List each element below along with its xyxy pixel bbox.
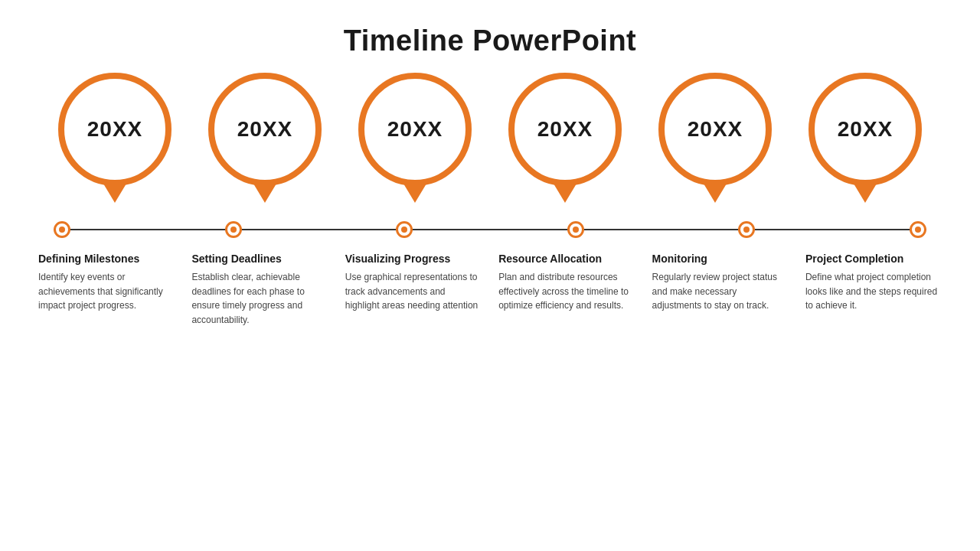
bubble-5: 20XX xyxy=(658,73,772,186)
text-body-3: Use graphical representations to track a… xyxy=(345,270,482,313)
text-body-5: Regularly review project status and make… xyxy=(652,270,789,313)
text-body-4: Plan and distribute resources effectivel… xyxy=(498,270,635,313)
bubble-wrapper-1: 20XX xyxy=(54,73,176,186)
timeline-dot-3 xyxy=(396,221,413,238)
text-item-3: Visualizing ProgressUse graphical repres… xyxy=(345,252,482,328)
bubble-wrapper-6: 20XX xyxy=(804,73,926,186)
bubble-3: 20XX xyxy=(358,73,472,186)
text-title-1: Defining Milestones xyxy=(38,252,139,266)
timeline-dot-4 xyxy=(567,221,584,238)
text-item-2: Setting DeadlinesEstablish clear, achiev… xyxy=(191,252,328,328)
bubble-year-1: 20XX xyxy=(87,117,143,142)
text-title-6: Project Completion xyxy=(805,252,903,266)
text-body-6: Define what project completion looks lik… xyxy=(805,270,942,313)
bubble-year-6: 20XX xyxy=(838,117,893,142)
timeline-dot-2 xyxy=(225,221,242,238)
bubble-wrapper-5: 20XX xyxy=(654,73,776,186)
timeline-dot-5 xyxy=(738,221,755,238)
bubbles-row: 20XX20XX20XX20XX20XX20XX xyxy=(31,73,949,186)
timeline-line xyxy=(54,229,926,230)
bubble-wrapper-3: 20XX xyxy=(354,73,476,186)
bubble-1: 20XX xyxy=(58,73,172,186)
timeline-container: 20XX20XX20XX20XX20XX20XX Defining Milest… xyxy=(31,73,949,328)
timeline-dot-6 xyxy=(910,221,926,238)
text-title-4: Resource Allocation xyxy=(498,252,602,266)
bubble-wrapper-4: 20XX xyxy=(504,73,626,186)
text-row: Defining MilestonesIdentify key events o… xyxy=(31,252,949,328)
bubble-6: 20XX xyxy=(808,73,922,186)
page-title: Timeline PowerPoint xyxy=(344,24,637,57)
text-item-4: Resource AllocationPlan and distribute r… xyxy=(498,252,635,328)
text-item-6: Project CompletionDefine what project co… xyxy=(805,252,942,328)
text-body-1: Identify key events or achievements that… xyxy=(38,270,175,313)
bubble-year-5: 20XX xyxy=(688,117,743,142)
timeline-line-row xyxy=(31,221,949,238)
bubble-year-2: 20XX xyxy=(237,117,293,142)
text-title-5: Monitoring xyxy=(652,252,707,266)
text-title-2: Setting Deadlines xyxy=(191,252,281,266)
text-title-3: Visualizing Progress xyxy=(345,252,450,266)
timeline-dot-1 xyxy=(54,221,70,238)
text-item-5: MonitoringRegularly review project statu… xyxy=(652,252,789,328)
bubble-wrapper-2: 20XX xyxy=(204,73,326,186)
bubble-2: 20XX xyxy=(208,73,322,186)
bubble-year-4: 20XX xyxy=(537,117,593,142)
text-body-2: Establish clear, achievable deadlines fo… xyxy=(191,270,328,327)
bubble-year-3: 20XX xyxy=(387,117,443,142)
text-item-1: Defining MilestonesIdentify key events o… xyxy=(38,252,175,328)
bubble-4: 20XX xyxy=(508,73,622,186)
